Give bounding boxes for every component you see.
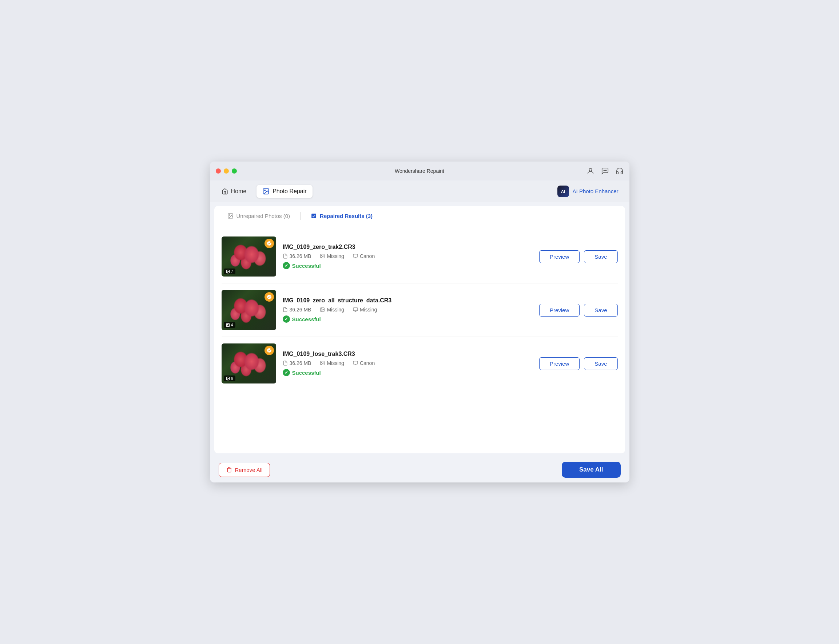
thumbnail-wrap: 4 (222, 290, 276, 330)
svg-rect-20 (353, 308, 358, 311)
chat-icon[interactable] (601, 167, 609, 175)
preview-button-2[interactable]: Preview (539, 357, 580, 370)
svg-rect-27 (353, 361, 358, 364)
headset-icon[interactable] (616, 167, 624, 175)
home-icon (222, 188, 228, 195)
item-meta: 36.26 MB Missing Canon (283, 253, 533, 259)
thumbnail-badge: 4 (224, 322, 235, 328)
photo-repair-icon (262, 188, 269, 195)
svg-rect-13 (353, 254, 358, 257)
svg-point-0 (589, 168, 592, 171)
item-info: IMG_0109_zero_all_structure_data.CR3 36.… (283, 297, 533, 323)
meta-field1: Missing (320, 307, 344, 312)
file-icon (283, 307, 288, 312)
item-actions: Preview Save (539, 357, 618, 370)
tab-unrepaired[interactable]: Unrepaired Photos (0) (222, 209, 296, 223)
image-small-icon (320, 307, 325, 312)
thumbnail-badge: 6 (224, 376, 235, 381)
table-row: 7 IMG_0109_zero_trak2.CR3 36.26 MB (222, 230, 618, 283)
item-status: ✓ Successful (283, 369, 533, 376)
photo-repair-label: Photo Repair (273, 188, 306, 195)
meta-field2: Missing (353, 307, 377, 312)
tabs: Unrepaired Photos (0) Repaired Results (… (214, 206, 625, 226)
photo-repair-button[interactable]: Photo Repair (256, 185, 312, 198)
save-button-2[interactable]: Save (584, 357, 617, 370)
item-meta: 36.26 MB Missing Canon (283, 360, 533, 366)
save-all-button[interactable]: Save All (562, 462, 621, 478)
thumbnail-badge: 7 (224, 268, 235, 274)
item-info: IMG_0109_lose_trak3.CR3 36.26 MB Missing (283, 351, 533, 376)
thumbnail-wrap: 7 (222, 237, 276, 276)
repair-badge (264, 346, 274, 355)
svg-point-5 (264, 190, 266, 191)
tab-repaired-label: Repaired Results (3) (320, 213, 373, 219)
preview-button-0[interactable]: Preview (539, 250, 580, 263)
item-actions: Preview Save (539, 250, 618, 263)
svg-point-12 (322, 255, 322, 256)
svg-point-10 (227, 271, 227, 271)
image-small-icon (320, 254, 325, 259)
save-button-1[interactable]: Save (584, 304, 617, 317)
user-icon[interactable] (586, 167, 594, 175)
item-meta: 36.26 MB Missing Missing (283, 307, 533, 312)
thumbnail-wrap: 6 (222, 343, 276, 383)
meta-size: 36.26 MB (283, 253, 312, 259)
main-content: Unrepaired Photos (0) Repaired Results (… (214, 206, 625, 453)
traffic-lights (216, 168, 237, 174)
titlebar-icons (586, 167, 624, 175)
close-button[interactable] (216, 168, 221, 174)
maximize-button[interactable] (232, 168, 237, 174)
svg-point-19 (322, 309, 322, 309)
monitor-icon (353, 307, 358, 312)
meta-field2: Canon (353, 360, 375, 366)
meta-size: 36.26 MB (283, 360, 312, 366)
image-small-icon (320, 361, 325, 366)
tab-repaired[interactable]: Repaired Results (3) (305, 209, 378, 223)
minimize-button[interactable] (224, 168, 229, 174)
monitor-icon (353, 254, 358, 259)
monitor-icon (353, 361, 358, 366)
svg-point-2 (605, 170, 606, 171)
item-status: ✓ Successful (283, 315, 533, 323)
home-label: Home (231, 188, 247, 195)
item-name: IMG_0109_zero_trak2.CR3 (283, 244, 533, 250)
file-icon (283, 361, 288, 366)
save-all-label: Save All (579, 466, 603, 473)
repaired-icon (311, 213, 317, 219)
ai-enhancer-button[interactable]: AI AI Photo Enhancer (552, 183, 624, 199)
svg-point-24 (227, 378, 227, 378)
item-info: IMG_0109_zero_trak2.CR3 36.26 MB Missing (283, 244, 533, 269)
repair-badge (264, 239, 274, 248)
meta-field1: Missing (320, 253, 344, 259)
meta-size: 36.26 MB (283, 307, 312, 312)
ai-enhancer-icon: AI (557, 186, 569, 197)
svg-point-17 (227, 324, 227, 325)
ai-enhancer-label: AI Photo Enhancer (573, 188, 619, 194)
home-button[interactable]: Home (216, 185, 253, 197)
trash-icon (226, 467, 232, 473)
save-button-0[interactable]: Save (584, 250, 617, 263)
status-check-icon: ✓ (283, 369, 290, 376)
table-row: 6 IMG_0109_lose_trak3.CR3 36.26 MB (222, 337, 618, 390)
svg-point-7 (229, 215, 230, 215)
svg-point-1 (604, 170, 604, 171)
toolbar: Home Photo Repair AI AI Photo Enhancer (210, 181, 629, 202)
app-title: Wondershare Repairit (395, 168, 444, 174)
status-check-icon: ✓ (283, 315, 290, 323)
app-window: Wondershare Repairit (210, 161, 629, 483)
tab-unrepaired-label: Unrepaired Photos (0) (236, 213, 291, 219)
remove-all-label: Remove All (235, 467, 263, 473)
item-actions: Preview Save (539, 304, 618, 317)
svg-point-26 (322, 362, 322, 363)
remove-all-button[interactable]: Remove All (219, 463, 270, 477)
items-list: 7 IMG_0109_zero_trak2.CR3 36.26 MB (214, 226, 625, 394)
image-icon (227, 213, 233, 219)
bottom-bar: Remove All Save All (210, 457, 629, 483)
titlebar: Wondershare Repairit (210, 161, 629, 181)
item-name: IMG_0109_lose_trak3.CR3 (283, 351, 533, 357)
preview-button-1[interactable]: Preview (539, 304, 580, 317)
item-name: IMG_0109_zero_all_structure_data.CR3 (283, 297, 533, 304)
tab-divider (300, 212, 300, 220)
repair-badge (264, 292, 274, 302)
status-check-icon: ✓ (283, 262, 290, 269)
